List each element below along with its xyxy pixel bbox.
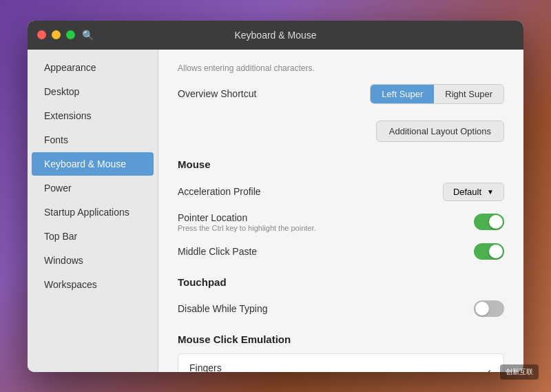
pointer-location-desc: Press the Ctrl key to highlight the poin… <box>178 224 474 232</box>
sidebar-item-startup[interactable]: Startup Applications <box>32 200 154 224</box>
minimize-button[interactable] <box>52 30 61 39</box>
disable-typing-label: Disable While Typing <box>178 303 474 314</box>
main-content: Allows entering additional characters. O… <box>158 50 523 372</box>
sidebar-item-desktop[interactable]: Desktop <box>32 80 154 103</box>
emulation-section-title: Mouse Click Emulation <box>178 333 504 345</box>
sidebar-item-topbar[interactable]: Top Bar <box>32 225 154 248</box>
chevron-down-icon: ▼ <box>487 188 494 196</box>
sidebar-item-fonts[interactable]: Fonts <box>32 128 154 152</box>
additional-layout-container: Additional Layout Options <box>178 114 504 146</box>
titlebar: 🔍 Keyboard & Mouse <box>28 21 523 50</box>
left-super-button[interactable]: Left Super <box>371 85 434 103</box>
sidebar-item-windows[interactable]: Windows <box>32 249 154 272</box>
maximize-button[interactable] <box>66 30 75 39</box>
additional-layout-button[interactable]: Additional Layout Options <box>376 121 504 142</box>
pointer-location-label: Pointer Location <box>178 212 474 223</box>
toggle-knob-2 <box>489 245 503 258</box>
toggle-knob <box>489 215 503 229</box>
emulation-fingers[interactable]: Fingers Click the touchpad with two fing… <box>178 354 503 372</box>
acceleration-label: Acceleration Profile <box>178 186 443 197</box>
sidebar: Appearance Desktop Extensions Fonts Keyb… <box>28 50 158 372</box>
middle-click-row: Middle Click Paste <box>178 239 504 264</box>
sidebar-item-keyboard-mouse[interactable]: Keyboard & Mouse <box>32 152 154 176</box>
window-title: Keyboard & Mouse <box>234 30 316 41</box>
acceleration-row: Acceleration Profile Default ▼ <box>178 178 504 205</box>
pointer-location-row: Pointer Location Press the Ctrl key to h… <box>178 208 504 236</box>
disable-typing-toggle[interactable] <box>474 300 504 317</box>
main-window: 🔍 Keyboard & Mouse Appearance Desktop Ex… <box>28 21 523 372</box>
window-controls <box>37 30 75 39</box>
acceleration-value: Default <box>453 187 481 197</box>
sidebar-item-workspaces[interactable]: Workspaces <box>32 273 154 296</box>
toggle-knob-3 <box>475 302 489 316</box>
emulation-fingers-title: Fingers <box>189 362 477 372</box>
overview-shortcut-label: Overview Shortcut <box>178 88 370 99</box>
search-icon: 🔍 <box>82 30 94 41</box>
content-area: Appearance Desktop Extensions Fonts Keyb… <box>28 50 523 372</box>
pointer-location-toggle[interactable] <box>474 214 504 230</box>
right-super-button[interactable]: Right Super <box>434 85 503 103</box>
shortcut-button-group: Left Super Right Super <box>370 84 504 104</box>
watermark: 创新互联 <box>500 364 539 380</box>
sidebar-item-extensions[interactable]: Extensions <box>32 104 154 127</box>
close-button[interactable] <box>37 30 46 39</box>
middle-click-toggle[interactable] <box>474 243 504 260</box>
sidebar-item-appearance[interactable]: Appearance <box>32 56 154 79</box>
touchpad-section-title: Touchpad <box>178 276 504 288</box>
emulation-options-box: Fingers Click the touchpad with two fing… <box>178 353 504 372</box>
disable-typing-row: Disable While Typing <box>178 296 504 321</box>
section-description: Allows entering additional characters. <box>178 61 504 73</box>
mouse-section-title: Mouse <box>178 158 504 170</box>
search-area: 🔍 <box>82 30 94 41</box>
acceleration-dropdown[interactable]: Default ▼ <box>443 183 504 201</box>
middle-click-label: Middle Click Paste <box>178 246 474 257</box>
checkmark-icon: ✓ <box>484 367 492 372</box>
overview-shortcut-row: Overview Shortcut Left Super Right Super <box>178 84 504 104</box>
sidebar-item-power[interactable]: Power <box>32 176 154 200</box>
